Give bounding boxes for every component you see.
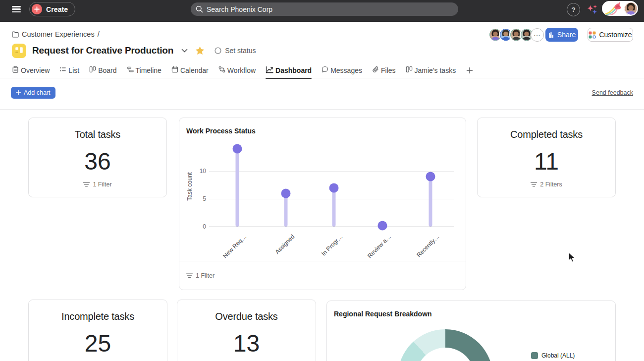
y-axis-title: Task count	[186, 172, 193, 200]
total-tasks-card[interactable]: Total tasks 36 1 Filter	[28, 118, 167, 197]
timeline-icon	[127, 66, 134, 74]
tab-label: Jamie's tasks	[415, 66, 456, 74]
tab-list[interactable]: List	[59, 62, 79, 78]
lollipop-stem	[429, 177, 432, 227]
work-process-status-card[interactable]: Work Process Status 0510Task countNew Re…	[179, 118, 466, 290]
x-category-label: Recently…	[416, 233, 441, 258]
tab-workflow[interactable]: Workflow	[218, 62, 256, 78]
message-icon	[322, 66, 328, 74]
y-tick-label: 5	[191, 195, 206, 202]
board-icon	[89, 66, 96, 74]
filter-chip[interactable]: 1 Filter	[83, 181, 111, 188]
toolbar-divider	[0, 109, 644, 110]
card-value: 13	[233, 331, 260, 357]
user-avatar[interactable]	[624, 2, 638, 15]
customize-button[interactable]: Customize	[588, 28, 633, 42]
x-category-label: In Progr…	[320, 233, 344, 257]
card-value: 25	[85, 331, 111, 357]
tab-bar: OverviewListBoardTimelineCalendarWorkflo…	[0, 62, 644, 78]
set-status-button[interactable]: Set status	[215, 47, 256, 55]
card-title: Completed tasks	[510, 128, 583, 140]
breadcrumb: Customer Experiences /	[12, 30, 100, 38]
lollipop-dot[interactable]	[377, 221, 387, 231]
hamburger-menu-icon[interactable]	[12, 6, 21, 16]
share-building-icon	[548, 32, 554, 38]
favorite-star-icon[interactable]	[195, 46, 205, 55]
list-icon	[59, 66, 66, 74]
tab-label: Overview	[21, 66, 50, 74]
regional-breakdown-card[interactable]: Regional Request Breakdown Global (ALL)	[326, 301, 616, 361]
tab-overview[interactable]: Overview	[12, 62, 50, 78]
customize-grid-icon	[589, 31, 596, 39]
status-circle-icon	[215, 47, 221, 54]
filter-chip[interactable]: 1 Filter	[186, 272, 215, 279]
avatar	[624, 2, 638, 15]
tab-timeline[interactable]: Timeline	[127, 62, 161, 78]
incomplete-tasks-card[interactable]: Incomplete tasks 25	[28, 300, 167, 361]
chart-title: Regional Request Breakdown	[334, 310, 432, 318]
project-icon[interactable]	[12, 44, 26, 58]
gridline	[209, 199, 454, 199]
search-input[interactable]	[207, 5, 453, 13]
tab-label: Calendar	[180, 66, 209, 74]
chevron-down-icon[interactable]	[181, 49, 188, 53]
user-menu[interactable]	[602, 1, 638, 16]
tab-label: Workflow	[227, 66, 256, 74]
lollipop-stem	[284, 193, 287, 227]
ai-sparkle-button[interactable]	[586, 3, 599, 16]
breadcrumb-separator: /	[98, 30, 100, 38]
folder-icon	[12, 31, 19, 38]
help-button[interactable]: ?	[567, 3, 580, 16]
share-button[interactable]: Share	[545, 28, 578, 42]
board-icon	[406, 66, 413, 74]
tab-label: Dashboard	[275, 66, 312, 74]
workflow-icon	[218, 66, 225, 74]
card-title: Incomplete tasks	[61, 310, 134, 322]
gridline	[209, 171, 454, 172]
x-axis-line	[209, 227, 454, 227]
legend-swatch	[531, 352, 538, 359]
lollipop-stem	[236, 149, 239, 227]
lollipop-dot[interactable]	[233, 144, 242, 154]
tab-label: Timeline	[136, 66, 161, 74]
filter-icon	[83, 182, 90, 187]
search-icon	[196, 5, 203, 13]
add-chart-button[interactable]: Add chart	[11, 87, 55, 99]
chart-card-footer: 1 Filter	[179, 261, 466, 290]
tab-label: Files	[381, 66, 396, 74]
legend-item[interactable]: Global (ALL)	[531, 352, 575, 359]
card-value: 11	[534, 149, 559, 175]
tab-board[interactable]: Board	[89, 62, 116, 78]
phoenix-illustration	[604, 1, 622, 15]
tab-files[interactable]: Files	[372, 62, 396, 78]
send-feedback-link[interactable]: Send feedback	[592, 89, 633, 96]
tab-jamie-s-tasks[interactable]: Jamie's tasks	[406, 62, 456, 78]
asana-dashboard-page: Create ?	[0, 0, 644, 361]
mouse-cursor	[566, 251, 576, 263]
more-members-button[interactable]: ...	[531, 28, 544, 42]
tab-dashboard[interactable]: Dashboard	[266, 62, 312, 78]
lollipop-dot[interactable]	[426, 172, 435, 181]
tab-add-button[interactable]	[466, 62, 473, 78]
lollipop-dot[interactable]	[329, 183, 339, 192]
breadcrumb-project-link[interactable]: Customer Experiences	[22, 30, 95, 38]
y-tick-label: 0	[191, 223, 206, 230]
overdue-tasks-card[interactable]: Overdue tasks 13	[177, 300, 316, 361]
page-title[interactable]: Request for Creative Production	[32, 45, 173, 56]
top-bar: Create ?	[0, 0, 644, 22]
plus-icon	[16, 90, 21, 95]
card-title: Overdue tasks	[215, 310, 277, 322]
tab-label: Board	[98, 66, 116, 74]
lollipop-dot[interactable]	[281, 188, 290, 198]
tab-label: Messages	[330, 66, 362, 74]
tab-calendar[interactable]: Calendar	[171, 62, 209, 78]
filter-chip[interactable]: 2 Filters	[531, 181, 562, 188]
lollipop-stem	[332, 188, 336, 227]
search-bar[interactable]	[191, 2, 458, 16]
x-category-label: Review a…	[366, 233, 392, 259]
completed-tasks-card[interactable]: Completed tasks 11 2 Filters	[477, 118, 616, 197]
member-avatars: ...	[488, 28, 544, 42]
sparkle-icon	[586, 3, 599, 16]
create-button[interactable]: Create	[29, 2, 75, 16]
tab-messages[interactable]: Messages	[322, 62, 362, 78]
